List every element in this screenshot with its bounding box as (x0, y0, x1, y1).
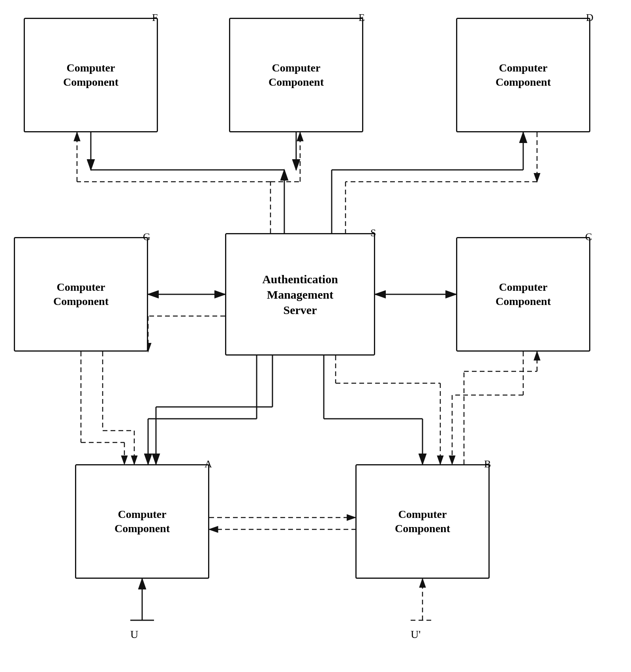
component-C-label: ComputerComponent (496, 280, 551, 309)
tab-D-label: D (586, 12, 593, 24)
component-B: ComputerComponent (355, 464, 490, 579)
component-E-label: ComputerComponent (269, 61, 324, 90)
tab-A-label: A (205, 458, 212, 470)
component-E: ComputerComponent (229, 18, 363, 132)
tab-F-label: F (152, 12, 158, 24)
tab-G-label: G (143, 231, 150, 243)
component-D-label: ComputerComponent (496, 61, 551, 90)
uprime-label: U' (411, 628, 421, 641)
component-A: ComputerComponent (75, 464, 209, 579)
component-D: ComputerComponent (456, 18, 590, 132)
component-F: ComputerComponent (24, 18, 158, 132)
component-G-label: ComputerComponent (53, 280, 109, 309)
component-A-label: ComputerComponent (115, 507, 170, 536)
component-S-label: AuthenticationManagementServer (262, 271, 338, 318)
component-C: ComputerComponent (456, 237, 590, 352)
tab-E-label: E (359, 12, 365, 24)
component-B-label: ComputerComponent (395, 507, 450, 536)
component-S: AuthenticationManagementServer (225, 233, 375, 356)
tab-C-label: C (585, 231, 592, 243)
diagram-container: ComputerComponent F ComputerComponent E … (0, 0, 631, 672)
u-label: U (130, 628, 138, 641)
component-G: ComputerComponent (14, 237, 148, 352)
tab-B-label: B (484, 458, 491, 470)
tab-S-label: S (370, 227, 376, 239)
component-F-label: ComputerComponent (63, 61, 118, 90)
